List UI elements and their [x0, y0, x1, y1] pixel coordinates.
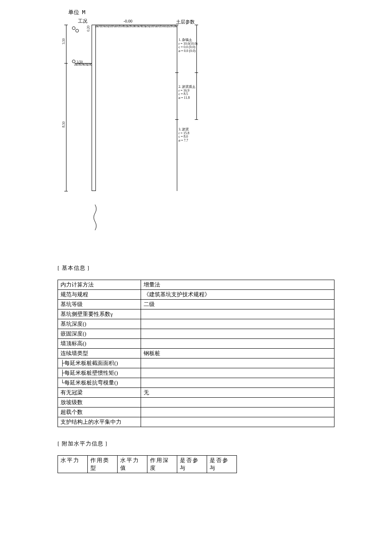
- table-row: 基坑等级二级: [58, 300, 334, 309]
- dim-tick-1: [64, 25, 68, 25]
- row-label: 规范与规程: [58, 290, 141, 300]
- table-row: 基坑深度(): [58, 319, 334, 329]
- header-cell: 是否参与: [207, 456, 237, 473]
- layer2-phi: ø = 11.8: [179, 96, 190, 100]
- row-label: 内力计算方法: [58, 280, 141, 290]
- row-value: [141, 408, 334, 417]
- row-value: 钢板桩: [141, 349, 334, 358]
- excavation-diagram: 单位 M 工况 -0.00 土层参数 3.50 0.20: [58, 9, 334, 247]
- marker-1: [72, 26, 75, 30]
- row-label: 基坑侧壁重要性系数γ: [58, 309, 141, 319]
- row-value: [141, 319, 334, 329]
- layer2-c: c = 8.5: [179, 92, 188, 96]
- r-tick-1: [175, 25, 179, 25]
- marker-3: [72, 60, 75, 63]
- row-value: [141, 417, 334, 427]
- row-value: 增量法: [141, 280, 334, 290]
- table-row: 有无冠梁无: [58, 388, 334, 398]
- ground-hatch-top: [96, 25, 177, 27]
- right-param-line-2: [196, 25, 197, 119]
- table-row: 基坑侧壁重要性系数γ: [58, 309, 334, 319]
- r-tick-3: [175, 119, 179, 120]
- r-tick-3b: [195, 119, 198, 120]
- table-row: 放坡级数: [58, 398, 334, 408]
- dim-tick-2: [64, 63, 68, 64]
- row-value: [141, 329, 334, 339]
- table-row: 支护结构上的水平集中力: [58, 417, 334, 427]
- row-value: [141, 339, 334, 349]
- table-row: 墙顶标高(): [58, 339, 334, 349]
- right-param-line: [177, 25, 177, 191]
- table-row: 超载个数: [58, 408, 334, 417]
- unit-label: 单位 M: [68, 9, 85, 16]
- basic-info-table: 内力计算方法增量法规范与规程《建筑基坑支护技术规程》基坑等级二级基坑侧壁重要性系…: [58, 280, 334, 427]
- header-cell: 作用深度: [147, 456, 177, 473]
- excavation-depth-label: 3.50: [77, 60, 83, 64]
- marker-2: [75, 29, 79, 32]
- header-cell: 是否参与: [177, 456, 207, 473]
- r-tick-2b: [195, 72, 198, 73]
- diagram-container: 单位 M 工况 -0.00 土层参数 3.50 0.20: [58, 9, 334, 247]
- row-label: ├每延米板桩截面面积(): [58, 358, 141, 368]
- row-value: 无: [141, 388, 334, 398]
- row-label: 基坑等级: [58, 300, 141, 309]
- table-row: └每延米板桩抗弯模量(): [58, 378, 334, 388]
- row-label: 基坑深度(): [58, 319, 141, 329]
- wavy-line: [92, 205, 98, 230]
- row-label: └每延米板桩抗弯模量(): [58, 378, 141, 388]
- row-value: 《建筑基坑支护技术规程》: [141, 290, 334, 300]
- table-row: 嵌固深度(): [58, 329, 334, 339]
- r-tick-2: [175, 72, 179, 73]
- header-cell: 水平力: [58, 456, 88, 473]
- table-row: ├每延米板桩壁惯性矩(): [58, 368, 334, 378]
- basic-info-heading: [ 基本信息 ]: [58, 264, 334, 272]
- row-value: [141, 358, 334, 368]
- left-dimension-line: [66, 25, 66, 191]
- layer1-c: c = 0.0 (0.0): [179, 45, 195, 49]
- row-value: [141, 398, 334, 408]
- row-label: 有无冠梁: [58, 388, 141, 398]
- header-cell: 水平力值: [118, 456, 147, 473]
- dim-3-50: 3.50: [62, 38, 66, 44]
- ground-elevation: -0.00: [124, 19, 133, 23]
- small-dim: 0.20: [86, 26, 90, 32]
- layer1-phi: ø = 0.0 (0.0): [179, 49, 196, 53]
- table-row: 连续墙类型钢板桩: [58, 349, 334, 358]
- row-value: 二级: [141, 300, 334, 309]
- condition-label: 工况: [78, 18, 87, 24]
- table-row: 内力计算方法增量法: [58, 280, 334, 290]
- wall-section: [92, 25, 96, 191]
- soil-params-label: 土层参数: [176, 19, 195, 25]
- horizontal-force-heading: [ 附加水平力信息 ]: [58, 440, 334, 448]
- row-label: 墙顶标高(): [58, 339, 141, 349]
- row-label: 超载个数: [58, 408, 141, 417]
- row-label: ├每延米板桩壁惯性矩(): [58, 368, 141, 378]
- row-value: [141, 378, 334, 388]
- layer3-c: c = 8.0: [179, 135, 188, 139]
- r-tick-1b: [195, 25, 198, 25]
- horizontal-force-table: 水平力作用类型水平力值作用深度是否参与是否参与: [58, 455, 237, 473]
- header-cell: 作用类型: [88, 456, 118, 473]
- row-value: [141, 309, 334, 319]
- dim-8-50: 8.50: [62, 121, 66, 127]
- table-row: ├每延米板桩截面面积(): [58, 358, 334, 368]
- layer3-phi: ø = 7.7: [179, 139, 188, 142]
- table-row: 规范与规程《建筑基坑支护技术规程》: [58, 290, 334, 300]
- row-label: 嵌固深度(): [58, 329, 141, 339]
- dim-tick-3: [64, 191, 68, 191]
- row-value: [141, 368, 334, 378]
- row-label: 支护结构上的水平集中力: [58, 417, 141, 427]
- row-label: 连续墙类型: [58, 349, 141, 358]
- row-label: 放坡级数: [58, 398, 141, 408]
